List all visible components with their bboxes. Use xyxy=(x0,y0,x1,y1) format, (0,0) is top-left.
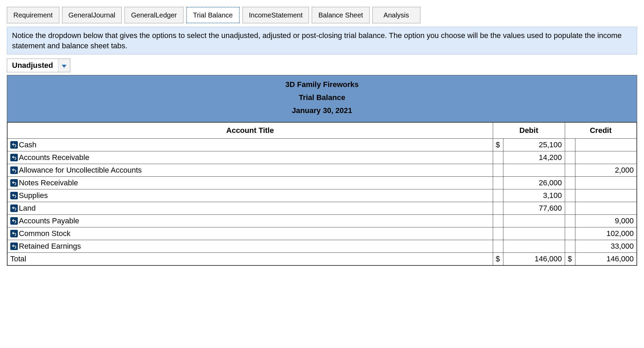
table-row: Common Stock102,000 xyxy=(7,227,637,240)
account-cell: Cash xyxy=(7,139,493,151)
table-header-row: Account Title Debit Credit xyxy=(7,122,637,139)
credit-value[interactable]: 102,000 xyxy=(575,227,637,240)
debit-symbol xyxy=(493,215,503,227)
undo-icon[interactable] xyxy=(10,204,18,212)
report-title: Trial Balance xyxy=(7,91,637,104)
credit-symbol xyxy=(565,139,575,151)
table-row: Cash$25,100 xyxy=(7,139,637,151)
debit-value[interactable]: 26,000 xyxy=(503,177,565,189)
credit-symbol xyxy=(565,227,575,240)
col-account-title: Account Title xyxy=(7,122,493,139)
tab-general-ledger[interactable]: GeneralLedger xyxy=(124,7,183,23)
tab-bar: RequirementGeneralJournalGeneralLedgerTr… xyxy=(7,7,637,23)
tab-requirement[interactable]: Requirement xyxy=(7,7,59,23)
debit-value[interactable] xyxy=(503,164,565,177)
undo-icon[interactable] xyxy=(10,217,18,225)
table-row: Retained Earnings33,000 xyxy=(7,240,637,253)
dropdown-toggle-button[interactable] xyxy=(58,59,70,72)
account-title: Supplies xyxy=(19,191,48,200)
credit-value[interactable] xyxy=(575,151,637,164)
debit-symbol xyxy=(493,177,503,189)
notice-banner: Notice the dropdown below that gives the… xyxy=(7,27,637,54)
tab-income-statement[interactable]: IncomeStatement xyxy=(242,7,309,23)
debit-value[interactable] xyxy=(503,227,565,240)
credit-value[interactable]: 33,000 xyxy=(575,240,637,253)
tab-trial-balance[interactable]: Trial Balance xyxy=(186,7,240,23)
report-date: January 30, 2021 xyxy=(7,104,637,117)
total-label: Total xyxy=(7,253,493,266)
undo-icon[interactable] xyxy=(10,192,18,199)
dropdown-selected-label: Unadjusted xyxy=(7,59,58,72)
col-credit: Credit xyxy=(565,122,637,139)
credit-value[interactable]: 9,000 xyxy=(575,215,637,227)
undo-icon[interactable] xyxy=(10,230,18,237)
credit-value[interactable] xyxy=(575,139,637,151)
credit-symbol xyxy=(565,240,575,253)
account-cell: Accounts Payable xyxy=(7,215,493,227)
debit-symbol xyxy=(493,189,503,202)
account-title: Accounts Payable xyxy=(19,216,79,225)
debit-symbol: $ xyxy=(493,253,503,266)
account-cell: Allowance for Uncollectible Accounts xyxy=(7,164,493,177)
debit-symbol xyxy=(493,240,503,253)
credit-value[interactable] xyxy=(575,177,637,189)
credit-value[interactable] xyxy=(575,189,637,202)
debit-symbol xyxy=(493,164,503,177)
chevron-down-icon xyxy=(62,65,67,68)
credit-value[interactable]: 2,000 xyxy=(575,164,637,177)
undo-icon[interactable] xyxy=(10,179,18,187)
account-cell: Land xyxy=(7,202,493,215)
account-cell: Accounts Receivable xyxy=(7,151,493,164)
table-row: Land77,600 xyxy=(7,202,637,215)
account-cell: Notes Receivable xyxy=(7,177,493,189)
debit-value[interactable] xyxy=(503,240,565,253)
credit-symbol xyxy=(565,189,575,202)
credit-symbol: $ xyxy=(565,253,575,266)
total-row: Total$146,000$146,000 xyxy=(7,253,637,266)
credit-symbol xyxy=(565,202,575,215)
total-credit: 146,000 xyxy=(575,253,637,266)
account-cell: Retained Earnings xyxy=(7,240,493,253)
debit-value[interactable]: 14,200 xyxy=(503,151,565,164)
account-cell: Supplies xyxy=(7,189,493,202)
credit-symbol xyxy=(565,215,575,227)
trial-balance-table: Account Title Debit Credit Cash$25,100Ac… xyxy=(7,122,637,266)
account-cell: Common Stock xyxy=(7,227,493,240)
tab-general-journal[interactable]: GeneralJournal xyxy=(62,7,122,23)
table-row: Notes Receivable26,000 xyxy=(7,177,637,189)
credit-value[interactable] xyxy=(575,202,637,215)
account-title: Accounts Receivable xyxy=(19,153,89,162)
table-row: Accounts Payable9,000 xyxy=(7,215,637,227)
debit-symbol xyxy=(493,227,503,240)
debit-symbol xyxy=(493,151,503,164)
undo-icon[interactable] xyxy=(10,154,18,161)
debit-value[interactable] xyxy=(503,215,565,227)
debit-symbol: $ xyxy=(493,139,503,151)
col-debit: Debit xyxy=(493,122,565,139)
account-title: Retained Earnings xyxy=(19,242,81,251)
report-company: 3D Family Fireworks xyxy=(7,78,637,91)
table-row: Allowance for Uncollectible Accounts2,00… xyxy=(7,164,637,177)
tab-analysis[interactable]: Analysis xyxy=(372,7,420,23)
account-title: Notes Receivable xyxy=(19,178,78,187)
credit-symbol xyxy=(565,151,575,164)
account-title: Cash xyxy=(19,140,36,149)
debit-symbol xyxy=(493,202,503,215)
table-row: Supplies3,100 xyxy=(7,189,637,202)
report-header: 3D Family Fireworks Trial Balance Januar… xyxy=(7,75,637,122)
total-debit: 146,000 xyxy=(503,253,565,266)
undo-icon[interactable] xyxy=(10,141,18,149)
undo-icon[interactable] xyxy=(10,243,18,250)
table-row: Accounts Receivable14,200 xyxy=(7,151,637,164)
credit-symbol xyxy=(565,177,575,189)
account-title: Land xyxy=(19,204,36,213)
debit-value[interactable]: 3,100 xyxy=(503,189,565,202)
undo-icon[interactable] xyxy=(10,166,18,174)
trial-balance-type-dropdown[interactable]: Unadjusted xyxy=(7,59,70,72)
credit-symbol xyxy=(565,164,575,177)
account-title: Allowance for Uncollectible Accounts xyxy=(19,166,142,175)
debit-value[interactable]: 77,600 xyxy=(503,202,565,215)
account-title: Common Stock xyxy=(19,229,70,238)
tab-balance-sheet[interactable]: Balance Sheet xyxy=(312,7,369,23)
debit-value[interactable]: 25,100 xyxy=(503,139,565,151)
